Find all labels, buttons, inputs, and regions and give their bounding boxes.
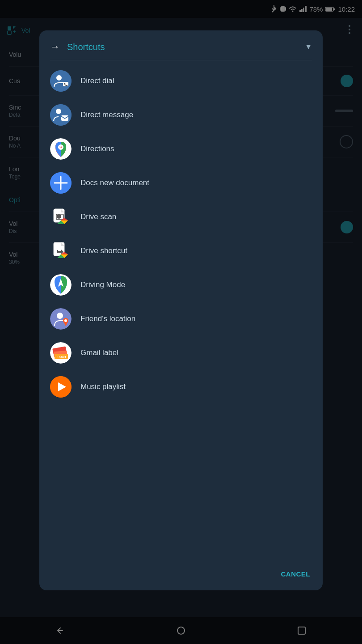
cancel-button[interactable]: CANCEL [279, 567, 312, 581]
shortcut-item-drive-scan[interactable]: Drive scan [39, 200, 323, 234]
dialog-header: → Shortcuts ▼ [39, 30, 323, 60]
gmail-label-icon: Label [50, 342, 72, 364]
svg-point-14 [56, 75, 62, 80]
chevron-down-icon[interactable]: ▼ [305, 43, 312, 51]
shortcut-item-direct-message[interactable]: Direct message [39, 98, 323, 132]
direct-dial-label: Direct dial [80, 76, 114, 85]
drive-scan-label: Drive scan [80, 212, 116, 221]
svg-text:G: G [59, 145, 62, 148]
shortcut-item-docs-new-document[interactable]: Docs new document [39, 166, 323, 200]
svg-point-13 [50, 70, 72, 92]
svg-point-18 [56, 109, 61, 114]
docs-new-document-label: Docs new document [80, 178, 149, 187]
shortcut-item-drive-shortcut[interactable]: Drive shortcut [39, 234, 323, 268]
drive-scan-icon [50, 206, 72, 228]
drive-shortcut-label: Drive shortcut [80, 246, 127, 255]
shortcut-item-directions[interactable]: G Directions [39, 132, 323, 166]
directions-icon: G [50, 138, 72, 160]
shortcuts-list: 📞 Direct dial Direct message [39, 60, 323, 561]
friends-location-label: Friend's location [80, 314, 135, 323]
shortcut-item-friends-location[interactable]: Friend's location [39, 302, 323, 336]
direct-message-label: Direct message [80, 110, 133, 119]
gmail-label-label: Gmail label [80, 348, 118, 357]
directions-label: Directions [80, 144, 114, 153]
svg-point-32 [50, 308, 72, 330]
svg-text:Label: Label [57, 355, 66, 359]
docs-icon [50, 172, 72, 194]
drive-shortcut-icon [50, 240, 72, 262]
friends-location-icon [50, 308, 72, 330]
driving-mode-label: Driving Mode [80, 280, 125, 289]
shortcut-item-direct-dial[interactable]: 📞 Direct dial [39, 64, 323, 98]
svg-text:📞: 📞 [64, 82, 68, 86]
shortcut-item-gmail-label[interactable]: Label Gmail label [39, 336, 323, 370]
direct-dial-icon: 📞 [50, 70, 72, 92]
dialog-title: Shortcuts [67, 42, 298, 52]
shortcut-item-music-playlist[interactable]: Music playlist [39, 370, 323, 404]
shortcuts-dialog: → Shortcuts ▼ 📞 Direct dial [39, 30, 323, 590]
svg-rect-19 [61, 115, 68, 121]
svg-point-28 [57, 214, 61, 219]
direct-message-icon [50, 104, 72, 126]
music-playlist-icon [50, 376, 72, 398]
svg-point-17 [50, 104, 72, 126]
svg-point-35 [64, 319, 67, 322]
dialog-footer: CANCEL [39, 561, 323, 590]
svg-point-33 [57, 313, 63, 319]
music-playlist-label: Music playlist [80, 382, 126, 391]
arrow-right-icon: → [50, 41, 60, 53]
shortcut-item-driving-mode[interactable]: Driving Mode [39, 268, 323, 302]
driving-mode-icon [50, 274, 72, 296]
